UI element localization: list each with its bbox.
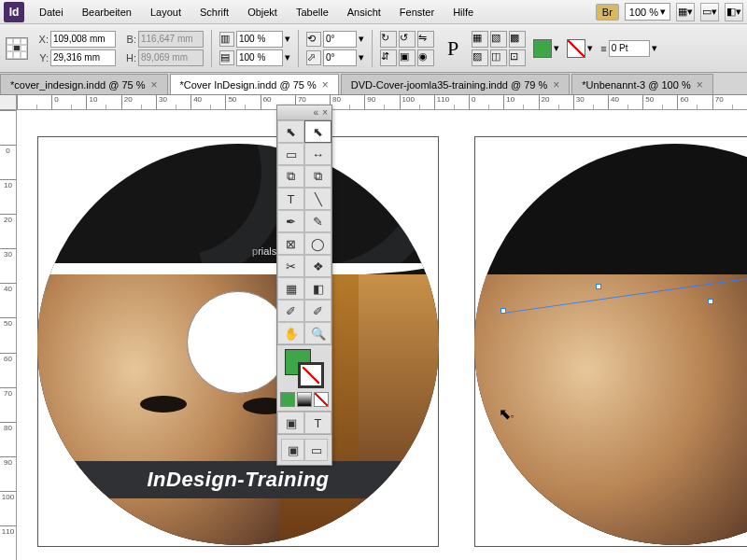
menu-view[interactable]: Ansicht [338, 3, 390, 21]
select-content-icon[interactable]: ◉ [417, 49, 434, 66]
chevron-down-icon[interactable]: ▾ [359, 33, 364, 45]
format-text[interactable]: T [304, 412, 331, 434]
doc-tab[interactable]: DVD-Cover-joomla35-training.indd @ 79 %× [341, 74, 571, 94]
free-transform[interactable]: ❖ [304, 255, 331, 277]
pen-tool[interactable]: ✒ [277, 210, 304, 232]
apply-color-icon[interactable] [280, 392, 295, 407]
direct-selection-tool[interactable]: ⬉ [304, 120, 331, 143]
flip-v-icon[interactable]: ⇵ [380, 49, 397, 66]
auto-fit-icon[interactable]: ⊡ [509, 49, 526, 66]
doc-tab[interactable]: *Unbenannt-3 @ 100 %× [571, 74, 712, 94]
zoom-tool[interactable]: 🔍 [304, 322, 331, 344]
gap-tool[interactable]: ↔ [304, 143, 331, 165]
stroke-weight-field[interactable] [609, 40, 650, 57]
chevron-down-icon[interactable]: ▾ [359, 51, 364, 63]
eyedropper-tool[interactable]: ✐ [304, 300, 331, 322]
close-icon[interactable]: × [697, 78, 703, 91]
tab-label: *Cover InDesign.indd @ 75 % [180, 79, 317, 91]
page-tool[interactable]: ▭ [277, 143, 304, 165]
rotate-cw-icon[interactable]: ↻ [380, 31, 397, 48]
rotate-ccw-icon[interactable]: ↺ [399, 31, 416, 48]
center-content-icon[interactable]: ▩ [509, 31, 526, 48]
collapse-icon[interactable]: « [314, 107, 319, 118]
view-mode-normal[interactable]: ▣ [281, 439, 304, 461]
workspace-icon[interactable]: ◧▾ [725, 3, 743, 21]
transform-buttons: ↻↺⇋ ⇵▣◉ [380, 31, 434, 66]
h-label: H: [123, 52, 136, 63]
content-collector[interactable]: ⧉ [277, 165, 304, 188]
note-tool[interactable]: ✐ [277, 300, 304, 322]
hand-tool[interactable]: ✋ [277, 322, 304, 344]
stroke-swatch[interactable] [567, 39, 585, 58]
close-icon[interactable]: × [322, 78, 329, 91]
horizontal-ruler[interactable]: 0102030405060708090100110010203040506070 [17, 95, 747, 110]
scissors-tool[interactable]: ✂ [277, 255, 304, 277]
view-mode-preview[interactable]: ▭ [304, 439, 328, 461]
close-icon[interactable]: × [322, 107, 328, 118]
content-placer[interactable]: ⧉ [304, 165, 331, 188]
y-field[interactable] [50, 49, 116, 66]
chevron-down-icon[interactable]: ▾ [587, 42, 593, 54]
reference-point[interactable] [6, 37, 28, 60]
line-tool[interactable]: ╲ [304, 188, 331, 210]
rotate-field[interactable] [323, 31, 357, 48]
flip-h-icon[interactable]: ⇋ [417, 31, 434, 48]
menu-edit[interactable]: Bearbeiten [73, 3, 141, 21]
bridge-badge[interactable]: Br [596, 4, 619, 21]
chevron-down-icon[interactable]: ▾ [285, 51, 290, 63]
tools-panel[interactable]: « × ⬉⬉▭↔⧉⧉T╲✒✎⊠◯✂❖▦◧✐✐✋🔍 ▣T ▣ ▭ [276, 105, 332, 466]
w-field[interactable] [138, 31, 204, 48]
vertical-ruler[interactable]: 0102030405060708090100110 [0, 110, 17, 560]
arrange-docs-icon[interactable]: ▦▾ [676, 3, 695, 21]
panel-header[interactable]: « × [277, 105, 331, 120]
selection-tool[interactable]: ⬉ [277, 120, 304, 143]
zoom-level[interactable]: 100 %▾ [625, 3, 670, 21]
gradient-feather[interactable]: ◧ [304, 277, 331, 300]
fill-frame-icon[interactable]: ▨ [472, 49, 488, 66]
fit-frame-icon[interactable]: ▧ [490, 31, 507, 48]
h-field[interactable] [138, 49, 204, 66]
x-field[interactable] [50, 31, 116, 48]
fit-prop-icon[interactable]: ◫ [490, 49, 507, 66]
close-icon[interactable]: × [553, 78, 559, 91]
menu-window[interactable]: Fenster [390, 3, 444, 21]
stroke-weight-icon: ≡ [600, 43, 606, 54]
zoom-value: 100 % [629, 7, 658, 18]
format-container[interactable]: ▣ [277, 412, 304, 434]
chevron-down-icon[interactable]: ▾ [554, 42, 559, 54]
document-canvas[interactable]: prials.de InDesign-Training ⬉▫ [17, 110, 747, 560]
fitting-buttons: ▦▧▩ ▨◫⊡ [472, 31, 526, 66]
disc-artwork-left[interactable]: prials.de InDesign-Training [37, 144, 439, 545]
fit-content-icon[interactable]: ▦ [472, 31, 488, 48]
select-container-icon[interactable]: ▣ [399, 49, 416, 66]
chevron-down-icon[interactable]: ▾ [285, 33, 290, 45]
menu-help[interactable]: Hilfe [444, 3, 483, 21]
scale-y-field[interactable] [236, 49, 283, 66]
type-tool[interactable]: T [277, 188, 304, 210]
pencil-tool[interactable]: ✎ [304, 210, 331, 232]
apply-none-icon[interactable] [314, 392, 329, 407]
doc-tab[interactable]: *cover_indesign.indd @ 75 %× [0, 74, 168, 94]
selection-handles[interactable] [474, 144, 747, 545]
doc-tab[interactable]: *Cover InDesign.indd @ 75 %× [170, 74, 339, 94]
menu-table[interactable]: Tabelle [287, 3, 338, 21]
scale-x-field[interactable] [236, 31, 283, 48]
fill-swatch[interactable] [533, 39, 552, 58]
menu-layout[interactable]: Layout [141, 3, 190, 21]
ellipse-tool[interactable]: ◯ [304, 232, 331, 255]
chevron-down-icon[interactable]: ▾ [652, 42, 657, 54]
ruler-origin[interactable] [0, 95, 17, 110]
apply-gradient-icon[interactable] [297, 392, 312, 407]
close-icon[interactable]: × [150, 78, 157, 91]
menu-type[interactable]: Schrift [190, 3, 238, 21]
menu-object[interactable]: Objekt [238, 3, 287, 21]
fill-stroke-swatch[interactable] [285, 349, 324, 388]
shear-field[interactable] [323, 49, 357, 66]
rectangle-frame[interactable]: ⊠ [277, 232, 304, 255]
menu-file[interactable]: Datei [30, 3, 73, 21]
paragraph-icon[interactable]: P [442, 36, 464, 61]
stroke-color[interactable] [298, 362, 324, 388]
gradient-swatch[interactable]: ▦ [277, 277, 304, 300]
screen-mode-icon[interactable]: ▭▾ [700, 3, 719, 21]
document-tabs: *cover_indesign.indd @ 75 %× *Cover InDe… [0, 73, 747, 95]
